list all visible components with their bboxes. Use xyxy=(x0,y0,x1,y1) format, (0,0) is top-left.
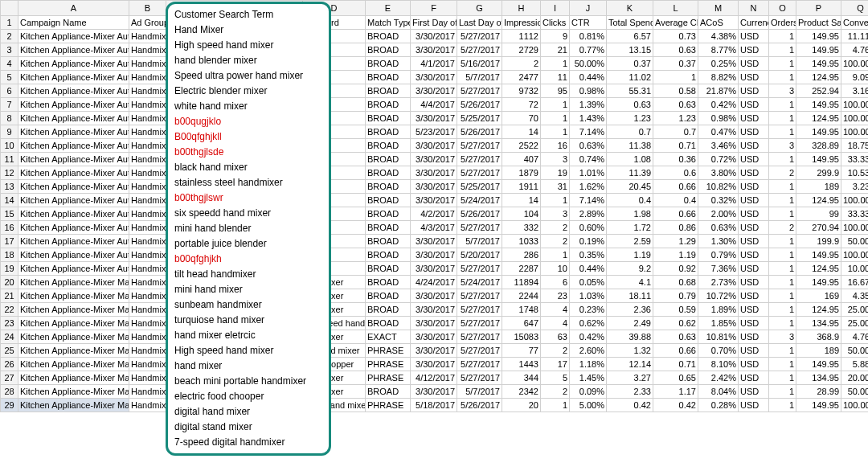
cell-lastday[interactable]: 5/26/2017 xyxy=(457,125,502,139)
cell-sales[interactable]: 368.9 xyxy=(796,330,841,344)
cell-cpc[interactable]: 0.71 xyxy=(653,139,698,153)
cell-firstday[interactable]: 3/30/2017 xyxy=(411,30,457,43)
cell-matchtype[interactable]: BROAD xyxy=(366,303,411,317)
cell-matchtype[interactable]: BROAD xyxy=(366,221,411,235)
cell-lastday[interactable]: 5/27/2017 xyxy=(457,344,502,358)
cell-spend[interactable]: 39.88 xyxy=(607,330,653,344)
cell-clicks[interactable]: 2 xyxy=(541,385,570,399)
cell-acos[interactable]: 0.25% xyxy=(698,57,739,71)
cell-firstday[interactable]: 3/30/2017 xyxy=(411,358,457,371)
cell-clicks[interactable]: 4 xyxy=(541,317,570,330)
cell-impressions[interactable]: 286 xyxy=(502,248,541,262)
cell-adgroup[interactable]: Handmixer xyxy=(129,57,166,71)
cell-firstday[interactable]: 4/4/2017 xyxy=(411,98,457,112)
cell-currency[interactable]: USD xyxy=(739,180,769,194)
cell-sales[interactable]: 99 xyxy=(796,207,841,221)
cell-ctr[interactable]: 0.19% xyxy=(570,235,607,248)
cell-acos[interactable]: 3.46% xyxy=(698,139,739,153)
cell-matchtype[interactable]: BROAD xyxy=(366,317,411,330)
cell-clicks[interactable]: 10 xyxy=(541,262,570,276)
cell-impressions[interactable]: 9732 xyxy=(502,84,541,98)
cell-impressions[interactable]: 14 xyxy=(502,125,541,139)
cell-ctr[interactable]: 1.45% xyxy=(570,371,607,385)
cell-firstday[interactable]: 4/3/2017 xyxy=(411,221,457,235)
col-header-M[interactable]: M xyxy=(698,1,739,16)
cell-matchtype[interactable]: BROAD xyxy=(366,385,411,399)
cell-currency[interactable]: USD xyxy=(739,71,769,84)
cell-impressions[interactable]: 2287 xyxy=(502,262,541,276)
field-header[interactable]: Last Day of Impression xyxy=(457,16,502,30)
cell-campaign[interactable]: Kitchen Appliance-Mixer Auto xyxy=(18,112,129,125)
cell-conversion[interactable]: 3.23% xyxy=(841,180,869,194)
cell-spend[interactable]: 1.08 xyxy=(607,153,653,166)
cell-orders[interactable]: 1 xyxy=(769,98,796,112)
cell-currency[interactable]: USD xyxy=(739,139,769,153)
cell-orders[interactable]: 1 xyxy=(769,43,796,57)
field-header[interactable]: Product Sales xyxy=(796,16,841,30)
cell-acos[interactable]: 1.30% xyxy=(698,235,739,248)
cell-conversion[interactable]: 10.00% xyxy=(841,262,869,276)
cell-conversion[interactable]: 20.00% xyxy=(841,371,869,385)
cell-currency[interactable]: USD xyxy=(739,385,769,399)
cell-clicks[interactable]: 19 xyxy=(541,166,570,180)
cell-ctr[interactable]: 0.44% xyxy=(570,71,607,84)
field-header[interactable]: ACoS xyxy=(698,16,739,30)
cell-firstday[interactable]: 3/30/2017 xyxy=(411,344,457,358)
cell-ctr[interactable]: 0.98% xyxy=(570,84,607,98)
cell-matchtype[interactable]: BROAD xyxy=(366,71,411,84)
cell-currency[interactable]: USD xyxy=(739,289,769,303)
cell-spend[interactable]: 1.19 xyxy=(607,248,653,262)
cell-adgroup[interactable]: Handmixer xyxy=(129,221,166,235)
cell-acos[interactable]: 3.80% xyxy=(698,166,739,180)
cell-cpc[interactable]: 0.86 xyxy=(653,221,698,235)
cell-ctr[interactable]: 1.43% xyxy=(570,112,607,125)
cell-campaign[interactable]: Kitchen Appliance-Mixer Manual xyxy=(18,289,129,303)
cell-matchtype[interactable]: BROAD xyxy=(366,125,411,139)
select-all-corner[interactable] xyxy=(1,1,18,16)
cell-cpc[interactable]: 0.62 xyxy=(653,317,698,330)
spreadsheet[interactable]: ABCDEFGHIJKLMNOPQ 1Campaign NameAd Group… xyxy=(0,0,868,412)
cell-cpc[interactable]: 0.6 xyxy=(653,166,698,180)
cell-impressions[interactable]: 2522 xyxy=(502,139,541,153)
cell-acos[interactable]: 1.89% xyxy=(698,303,739,317)
row-number[interactable]: 27 xyxy=(1,371,18,385)
cell-currency[interactable]: USD xyxy=(739,153,769,166)
cell-firstday[interactable]: 4/12/2017 xyxy=(411,371,457,385)
cell-orders[interactable]: 1 xyxy=(769,303,796,317)
cell-sales[interactable]: 134.95 xyxy=(796,371,841,385)
cell-sales[interactable]: 149.95 xyxy=(796,276,841,289)
cell-currency[interactable]: USD xyxy=(739,84,769,98)
col-header-H[interactable]: H xyxy=(502,1,541,16)
col-header-N[interactable]: N xyxy=(739,1,769,16)
cell-firstday[interactable]: 3/30/2017 xyxy=(411,153,457,166)
cell-matchtype[interactable]: BROAD xyxy=(366,207,411,221)
cell-clicks[interactable]: 31 xyxy=(541,180,570,194)
cell-adgroup[interactable]: Handmixer xyxy=(129,30,166,43)
cell-adgroup[interactable]: Handmixer xyxy=(129,207,166,221)
cell-conversion[interactable]: 25.00% xyxy=(841,303,869,317)
row-number[interactable]: 9 xyxy=(1,125,18,139)
cell-firstday[interactable]: 4/1/2017 xyxy=(411,57,457,71)
cell-sales[interactable]: 149.95 xyxy=(796,248,841,262)
cell-campaign[interactable]: Kitchen Appliance-Mixer Auto xyxy=(18,166,129,180)
cell-ctr[interactable]: 0.05% xyxy=(570,276,607,289)
row-number[interactable]: 2 xyxy=(1,30,18,43)
row-number[interactable]: 15 xyxy=(1,207,18,221)
cell-spend[interactable]: 3.27 xyxy=(607,371,653,385)
cell-lastday[interactable]: 5/26/2017 xyxy=(457,98,502,112)
cell-orders[interactable]: 3 xyxy=(769,139,796,153)
cell-impressions[interactable]: 2342 xyxy=(502,385,541,399)
cell-ctr[interactable]: 0.62% xyxy=(570,317,607,330)
cell-clicks[interactable]: 23 xyxy=(541,289,570,303)
cell-campaign[interactable]: Kitchen Appliance-Mixer Auto xyxy=(18,43,129,57)
cell-ctr[interactable]: 1.62% xyxy=(570,180,607,194)
cell-spend[interactable]: 0.7 xyxy=(607,125,653,139)
cell-matchtype[interactable]: BROAD xyxy=(366,235,411,248)
cell-ctr[interactable]: 0.35% xyxy=(570,248,607,262)
cell-spend[interactable]: 0.37 xyxy=(607,57,653,71)
cell-conversion[interactable]: 33.33% xyxy=(841,153,869,166)
cell-lastday[interactable]: 5/20/2017 xyxy=(457,248,502,262)
cell-orders[interactable]: 1 xyxy=(769,180,796,194)
cell-clicks[interactable]: 11 xyxy=(541,71,570,84)
cell-cpc[interactable]: 0.66 xyxy=(653,180,698,194)
